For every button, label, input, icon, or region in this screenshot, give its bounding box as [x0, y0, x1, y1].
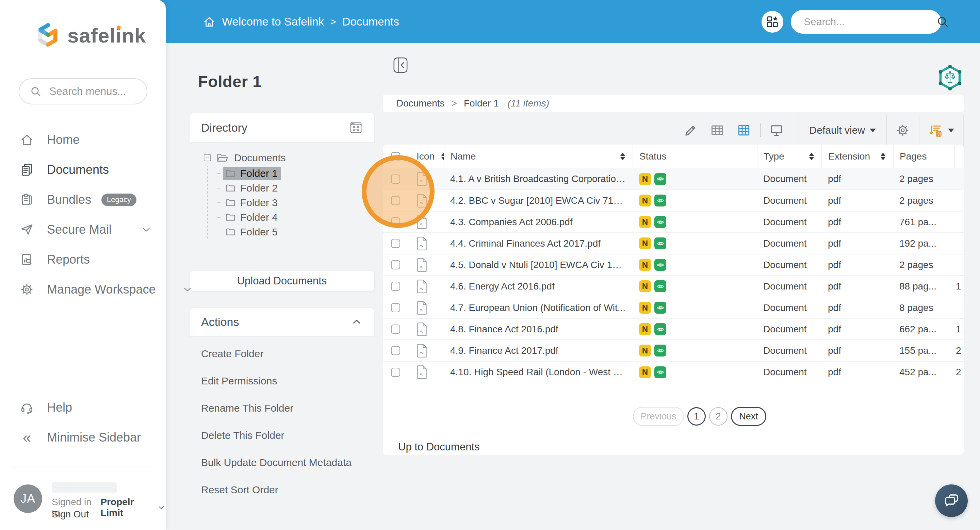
document-name-link[interactable]: 4.3. Companies Act 2006.pdf — [450, 217, 573, 228]
document-name-link[interactable]: 4.6. Energy Act 2016.pdf — [450, 281, 555, 292]
row-checkbox[interactable] — [391, 282, 400, 291]
document-name-link[interactable]: 4.10. High Speed Rail (London - West Mi.… — [450, 367, 627, 378]
table-view-icon[interactable] — [704, 123, 730, 138]
tree-folder-label[interactable]: Folder 5 — [240, 226, 278, 238]
tree-folder-label[interactable]: Folder 2 — [240, 182, 278, 194]
breadcrumb[interactable]: Welcome to Safelink > Documents — [203, 0, 399, 43]
row-checkbox[interactable] — [391, 368, 400, 377]
table-row[interactable]: 4.5. Donald v Ntuli [2010] EWCA Civ 1276… — [383, 254, 964, 276]
save-view-button[interactable] — [919, 115, 963, 145]
document-name-link[interactable]: 4.2. BBC v Sugar [2010] EWCA Civ 715_ [.… — [450, 195, 627, 206]
sign-out-link[interactable]: Sign Out — [52, 509, 89, 520]
col-status[interactable]: Status — [633, 144, 757, 168]
chat-button[interactable] — [935, 484, 968, 517]
document-extension: pdf — [828, 260, 841, 270]
apps-launcher-button[interactable] — [762, 11, 783, 33]
collapse-panel-button[interactable] — [393, 57, 408, 73]
action-create-folder[interactable]: Create Folder — [189, 340, 374, 367]
menu-search[interactable] — [19, 78, 147, 105]
row-checkbox[interactable] — [391, 175, 400, 184]
collapse-box-icon[interactable] — [204, 154, 211, 162]
grid-view-icon[interactable] — [730, 123, 757, 138]
col-icon[interactable]: Icon — [410, 144, 444, 168]
document-name-link[interactable]: 4.4. Criminal Finances Act 2017.pdf — [450, 238, 601, 249]
pagination-next-button[interactable]: Next — [731, 407, 766, 426]
table-row[interactable]: 4.8. Finance Act 2016.pdf N Document pdf… — [383, 318, 964, 340]
table-row[interactable]: 4.1. A v British Broadcasting Corporatio… — [383, 168, 964, 190]
col-pages[interactable]: Pages — [893, 144, 955, 168]
tree-folder-5[interactable]: Folder 5 — [216, 225, 374, 239]
pagination-page-1[interactable]: 1 — [687, 407, 706, 425]
document-name-link[interactable]: 4.1. A v British Broadcasting Corporatio… — [450, 173, 627, 184]
chevron-down-icon[interactable] — [157, 503, 166, 512]
row-checkbox[interactable] — [391, 325, 400, 334]
tree-root-label[interactable]: Documents — [234, 152, 286, 163]
breadcrumb-home[interactable]: Welcome to Safelink — [222, 15, 324, 28]
tree-root-documents[interactable]: Documents — [204, 150, 374, 166]
tree-folder-label[interactable]: Folder 3 — [240, 197, 278, 208]
row-checkbox[interactable] — [391, 196, 400, 205]
sidebar-item-bundles[interactable]: Bundles Legacy — [0, 185, 166, 215]
breadcrumb-root[interactable]: Documents — [396, 98, 445, 109]
pagination-page-2[interactable]: 2 — [709, 407, 727, 425]
chevron-up-icon[interactable] — [350, 316, 363, 328]
actions-panel-header[interactable]: Actions — [189, 308, 374, 336]
row-checkbox[interactable] — [391, 303, 400, 312]
table-row[interactable]: 4.9. Finance Act 2017.pdf N Document pdf… — [383, 340, 964, 361]
sidebar-item-home[interactable]: Home — [0, 125, 166, 155]
workspace-scales-icon[interactable] — [938, 65, 962, 90]
table-row[interactable]: 4.10. High Speed Rail (London - West Mi.… — [383, 361, 964, 383]
tree-folder-label[interactable]: Folder 4 — [240, 212, 278, 223]
global-search-input[interactable] — [804, 16, 935, 27]
view-selector-dropdown[interactable]: Default view — [799, 115, 886, 145]
sidebar-item-help[interactable]: Help — [0, 393, 166, 422]
table-row[interactable]: 4.7. European Union (Notification of Wit… — [383, 297, 964, 318]
tree-folder-1[interactable]: Folder 1 — [216, 166, 374, 181]
action-reset-sort-order[interactable]: Reset Sort Order — [189, 476, 374, 503]
row-checkbox[interactable] — [391, 346, 400, 355]
row-checkbox[interactable] — [391, 260, 400, 270]
table-row[interactable]: 4.6. Energy Act 2016.pdf N Document pdf … — [383, 276, 964, 297]
view-settings-button[interactable] — [886, 115, 919, 145]
tree-folder-label[interactable]: Folder 1 — [240, 168, 278, 179]
row-checkbox[interactable] — [391, 239, 400, 248]
document-name-link[interactable]: 4.9. Finance Act 2017.pdf — [450, 345, 558, 356]
action-edit-permissions[interactable]: Edit Permissions — [189, 367, 374, 395]
table-row[interactable]: 4.3. Companies Act 2006.pdf N Document p… — [383, 211, 964, 233]
col-name[interactable]: Name — [444, 144, 633, 168]
avatar[interactable]: JA — [14, 484, 42, 513]
action-bulk-update-metadata[interactable]: Bulk Update Document Metadata — [189, 449, 374, 476]
col-type[interactable]: Type — [757, 144, 822, 168]
document-name-link[interactable]: 4.5. Donald v Ntuli [2010] EWCA Civ 1276… — [450, 260, 627, 270]
sidebar-item-manage-workspace[interactable]: Manage Workspace — [0, 275, 166, 305]
document-type: Document — [763, 173, 807, 184]
sidebar-item-documents[interactable]: Documents — [0, 155, 166, 185]
search-icon[interactable] — [935, 14, 950, 29]
tree-folder-2[interactable]: Folder 2 — [216, 181, 374, 195]
tree-folder-3[interactable]: Folder 3 — [216, 195, 374, 210]
report-icon — [20, 252, 34, 267]
workspace-name[interactable]: Propelr Limit — [100, 497, 153, 519]
expand-directory-icon[interactable] — [349, 121, 363, 134]
table-row[interactable]: 4.2. BBC v Sugar [2010] EWCA Civ 715_ [.… — [383, 190, 964, 211]
document-name-link[interactable]: 4.8. Finance Act 2016.pdf — [450, 324, 558, 335]
document-name-link[interactable]: 4.7. European Union (Notification of Wit… — [450, 302, 625, 313]
up-to-documents-link[interactable]: Up to Documents — [398, 441, 480, 453]
action-rename-folder[interactable]: Rename This Folder — [189, 395, 374, 422]
select-all-checkbox[interactable] — [391, 152, 400, 161]
sidebar-item-reports[interactable]: Reports — [0, 244, 166, 275]
safelink-logo[interactable]: safelink — [34, 20, 146, 51]
row-checkbox[interactable] — [391, 217, 400, 227]
sidebar-item-secure-mail[interactable]: Secure Mail — [0, 215, 166, 244]
menu-search-input[interactable] — [49, 86, 185, 98]
edit-pencil-icon[interactable] — [678, 123, 704, 138]
col-extension[interactable]: Extension — [822, 144, 893, 168]
global-search[interactable] — [791, 10, 941, 34]
table-row[interactable]: 4.4. Criminal Finances Act 2017.pdf N Do… — [383, 233, 964, 254]
pagination-previous-button[interactable]: Previous — [633, 407, 684, 426]
display-view-icon[interactable] — [763, 123, 790, 138]
tree-folder-4[interactable]: Folder 4 — [216, 210, 374, 225]
upload-documents-button[interactable]: Upload Documents — [189, 271, 374, 291]
action-delete-folder[interactable]: Delete This Folder — [189, 422, 374, 449]
sidebar-item-minimise[interactable]: « Minimise Sidebar — [0, 422, 166, 452]
